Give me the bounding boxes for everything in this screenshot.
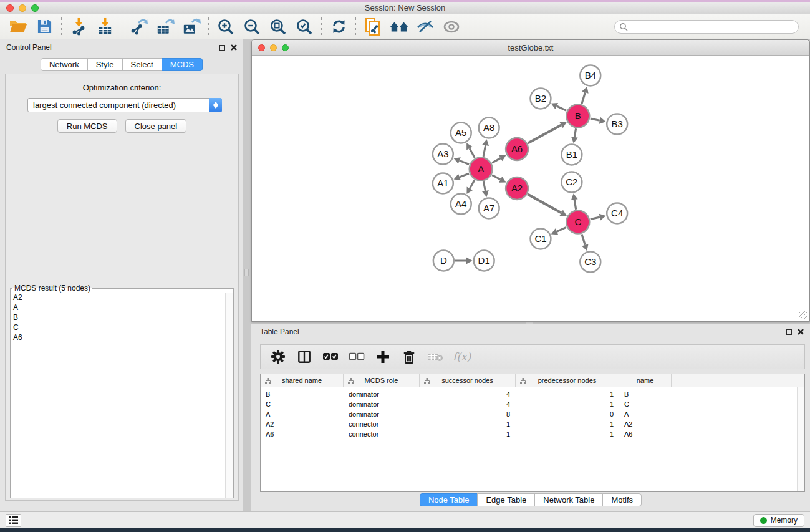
- cell-predecessor-nodes[interactable]: 1: [516, 429, 619, 439]
- refresh-button[interactable]: [325, 16, 352, 37]
- home-layout-button[interactable]: [386, 16, 412, 37]
- cell-successor-nodes[interactable]: 8: [420, 409, 516, 419]
- export-network-button[interactable]: [126, 16, 152, 37]
- cell-mcds-role[interactable]: dominator: [344, 409, 420, 419]
- zoom-fit-button[interactable]: [265, 16, 291, 37]
- column-header-name[interactable]: name: [619, 374, 672, 387]
- result-item[interactable]: C: [11, 322, 225, 332]
- graph-edge-A-A2[interactable]: [492, 175, 500, 180]
- tab-network-table[interactable]: Network Table: [534, 493, 603, 506]
- tab-node-table[interactable]: Node Table: [420, 493, 478, 506]
- cell-mcds-role[interactable]: connector: [344, 419, 420, 429]
- resize-grip[interactable]: [799, 311, 808, 319]
- cell-mcds-role[interactable]: dominator: [344, 389, 420, 399]
- graph-edge-B-B3[interactable]: [591, 118, 600, 120]
- graph-edge-A-A6[interactable]: [492, 158, 501, 163]
- search-input[interactable]: [628, 21, 798, 32]
- zoom-selected-button[interactable]: [291, 16, 317, 37]
- cell-shared-name[interactable]: A2: [261, 419, 344, 429]
- graph-edge-C-C2[interactable]: [574, 200, 576, 210]
- column-header-predecessor-nodes[interactable]: predecessor nodes: [516, 374, 619, 387]
- cell-shared-name[interactable]: C: [261, 399, 344, 409]
- cell-successor-nodes[interactable]: 1: [420, 419, 516, 429]
- network-canvas[interactable]: B4B2BB3A5A8A6B1A3AC2A1A2A4A7C4CC1C3DD1: [253, 56, 808, 320]
- split-divider-handle[interactable]: [244, 269, 249, 276]
- graph-edge-A2-C[interactable]: [528, 195, 562, 213]
- close-panel-button[interactable]: Close panel: [125, 119, 187, 133]
- float-panel-icon[interactable]: [786, 329, 792, 335]
- tab-select[interactable]: Select: [122, 58, 162, 71]
- tab-style[interactable]: Style: [87, 58, 123, 71]
- cell-successor-nodes[interactable]: 4: [420, 399, 516, 409]
- zoom-in-button[interactable]: [213, 16, 239, 37]
- cell-predecessor-nodes[interactable]: 0: [516, 409, 619, 419]
- result-item[interactable]: A: [11, 302, 225, 312]
- open-session-button[interactable]: [5, 16, 31, 37]
- cell-shared-name[interactable]: A: [261, 409, 344, 419]
- zoom-out-button[interactable]: [239, 16, 265, 37]
- network-graph[interactable]: B4B2BB3A5A8A6B1A3AC2A1A2A4A7C4CC1C3DD1: [253, 56, 808, 320]
- graph-edge-B-B4[interactable]: [582, 92, 586, 104]
- cell-name[interactable]: A2: [619, 419, 672, 429]
- tab-edge-table[interactable]: Edge Table: [477, 493, 535, 506]
- table-scrollbar[interactable]: [797, 387, 804, 491]
- tab-motifs[interactable]: Motifs: [602, 493, 642, 506]
- graph-edge-C-C4[interactable]: [591, 217, 600, 219]
- result-scrollbar[interactable]: [225, 293, 233, 498]
- export-image-button[interactable]: [178, 16, 205, 37]
- cell-name[interactable]: B: [619, 389, 672, 399]
- graph-edge-B-B1[interactable]: [574, 128, 576, 137]
- graph-edge-C-C3[interactable]: [582, 235, 585, 245]
- tab-mcds[interactable]: MCDS: [162, 58, 203, 71]
- deselect-all-button[interactable]: [348, 349, 365, 365]
- cell-predecessor-nodes[interactable]: 1: [516, 389, 619, 399]
- tab-network[interactable]: Network: [41, 58, 88, 71]
- import-network-button[interactable]: [65, 16, 92, 37]
- cell-mcds-role[interactable]: dominator: [344, 399, 420, 409]
- graph-edge-C-C1[interactable]: [557, 227, 566, 231]
- delete-column-button[interactable]: [400, 349, 417, 365]
- cell-name[interactable]: A: [619, 409, 672, 419]
- table-row[interactable]: A dominator 8 0 A: [261, 409, 804, 419]
- table-row[interactable]: B dominator 4 1 B: [261, 389, 804, 399]
- mcds-result-list[interactable]: A2 A B C A6: [11, 293, 225, 498]
- table-row[interactable]: A2 connector 1 1 A2: [261, 419, 804, 429]
- export-table-button[interactable]: [152, 16, 178, 37]
- graph-edge-A-A5[interactable]: [470, 148, 475, 158]
- toggle-graphics-details-button[interactable]: [412, 16, 438, 37]
- cell-shared-name[interactable]: A6: [261, 429, 344, 439]
- graph-edge-A-A3[interactable]: [460, 160, 469, 164]
- close-panel-icon[interactable]: [231, 44, 237, 51]
- create-column-button[interactable]: [374, 349, 391, 365]
- show-columns-button[interactable]: [296, 349, 312, 365]
- cell-shared-name[interactable]: B: [261, 389, 344, 399]
- cell-mcds-role[interactable]: connector: [344, 429, 420, 439]
- cell-successor-nodes[interactable]: 1: [420, 429, 516, 439]
- duplicate-network-button[interactable]: [360, 16, 386, 37]
- column-header-successor-nodes[interactable]: successor nodes: [420, 374, 516, 387]
- cell-successor-nodes[interactable]: 4: [420, 389, 516, 399]
- search-field[interactable]: [614, 20, 799, 34]
- column-header-shared-name[interactable]: shared name: [261, 374, 344, 387]
- result-item[interactable]: B: [11, 312, 225, 322]
- graph-edge-A-A7[interactable]: [483, 181, 485, 191]
- save-session-button[interactable]: [31, 16, 57, 37]
- result-item[interactable]: A6: [11, 332, 225, 342]
- cell-predecessor-nodes[interactable]: 1: [516, 399, 619, 409]
- result-item[interactable]: A2: [11, 293, 225, 302]
- cell-predecessor-nodes[interactable]: 1: [516, 419, 619, 429]
- criterion-select[interactable]: largest connected component (directed): [27, 98, 222, 112]
- memory-button[interactable]: Memory: [753, 514, 804, 527]
- float-panel-icon[interactable]: [219, 45, 225, 51]
- graph-edge-A-A8[interactable]: [483, 145, 486, 157]
- close-panel-icon[interactable]: [798, 329, 804, 335]
- graph-edge-B-B2[interactable]: [557, 106, 567, 110]
- run-mcds-button[interactable]: Run MCDS: [57, 119, 117, 133]
- show-hide-panel-button[interactable]: [438, 16, 465, 37]
- cell-name[interactable]: C: [619, 399, 672, 409]
- graph-edge-A6-B[interactable]: [528, 125, 561, 143]
- cell-name[interactable]: A6: [619, 429, 672, 439]
- select-all-button[interactable]: [322, 349, 339, 365]
- task-history-button[interactable]: [6, 514, 21, 527]
- graph-edge-A-A1[interactable]: [460, 173, 469, 177]
